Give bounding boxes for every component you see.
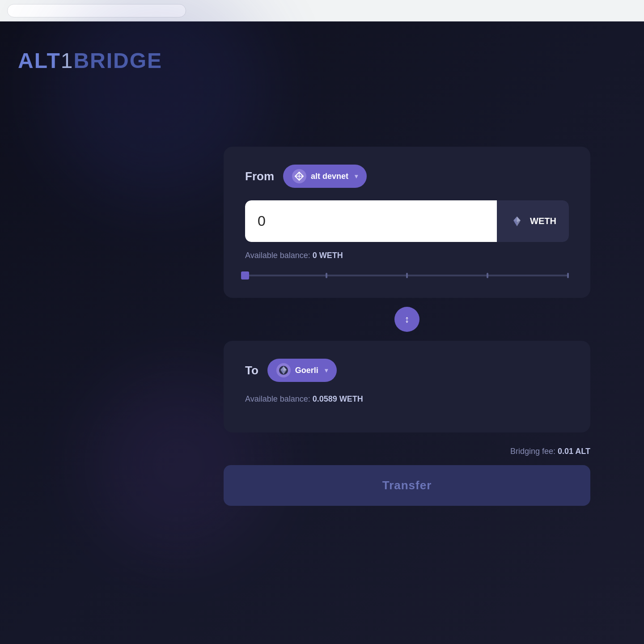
to-balance: Available balance: 0.0589 WETH — [245, 394, 569, 404]
amount-input[interactable] — [245, 200, 497, 242]
bridging-fee-row: Bridging fee: 0.01 ALT — [224, 447, 590, 456]
amount-slider-container — [245, 271, 569, 280]
eth-icon — [509, 214, 525, 229]
from-label: From — [245, 169, 274, 183]
to-card-header: To Goerli ▾ — [245, 359, 569, 382]
url-bar[interactable]: devnet-bridge-app.altlayer.io/#/ — [7, 4, 186, 17]
from-balance-value: 0 WETH — [313, 251, 343, 260]
to-label: To — [245, 364, 258, 377]
slider-thumb — [241, 271, 249, 280]
swap-icon: ↕ — [405, 314, 410, 325]
page: ALT1BRIDGE From alt devnet — [0, 21, 644, 644]
from-balance-label: Available balance: — [245, 251, 313, 260]
logo-1: 1 — [61, 49, 74, 72]
goerli-icon — [276, 363, 291, 377]
from-network-name: alt devnet — [311, 172, 348, 181]
to-card: To Goerli ▾ — [224, 341, 590, 432]
to-network-button[interactable]: Goerli ▾ — [267, 359, 337, 382]
from-network-button[interactable]: alt devnet ▾ — [283, 165, 367, 188]
from-balance: Available balance: 0 WETH — [245, 251, 569, 260]
swap-direction-button[interactable]: ↕ — [394, 307, 419, 332]
transfer-button[interactable]: Transfer — [224, 465, 590, 506]
bridging-fee-value: 0.01 ALT — [558, 447, 590, 456]
token-symbol: WETH — [530, 216, 556, 226]
amount-input-row: WETH — [245, 200, 569, 242]
logo-alt: ALT — [18, 49, 61, 72]
from-card-header: From alt devnet ▾ — [245, 165, 569, 188]
to-balance-value: 0.0589 WETH — [313, 394, 363, 403]
to-balance-label: Available balance: — [245, 394, 313, 403]
to-network-name: Goerli — [295, 366, 318, 375]
browser-chrome: devnet-bridge-app.altlayer.io/#/ — [0, 0, 644, 21]
logo-bridge: BRIDGE — [73, 49, 162, 72]
to-network-chevron: ▾ — [325, 367, 328, 374]
bridge-container: From alt devnet ▾ — [224, 147, 590, 506]
bridging-fee-label: Bridging fee: — [510, 447, 558, 456]
swap-button-container: ↕ — [224, 307, 590, 332]
from-card: From alt devnet ▾ — [224, 147, 590, 298]
alt-devnet-icon — [292, 169, 306, 183]
token-select-button[interactable]: WETH — [497, 200, 569, 242]
logo-text: ALT1BRIDGE — [18, 48, 162, 73]
from-network-chevron: ▾ — [355, 173, 358, 180]
logo: ALT1BRIDGE — [18, 48, 162, 73]
